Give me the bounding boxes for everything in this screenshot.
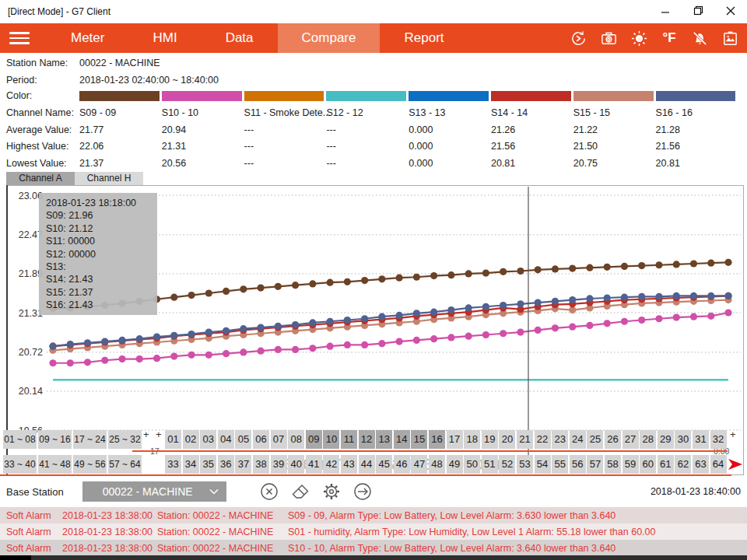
circle-x-icon[interactable] [259, 481, 279, 502]
channel-button-18[interactable]: 18 [464, 430, 480, 449]
base-station-dropdown[interactable]: 00022 - MACHINE [82, 481, 226, 502]
red-right-arrow-icon[interactable] [727, 455, 745, 477]
channel-button-22[interactable]: 22 [535, 430, 551, 449]
fahrenheit-icon[interactable]: °F [660, 29, 679, 47]
channel-button-27[interactable]: 27 [622, 430, 639, 449]
sync-icon[interactable] [569, 29, 587, 47]
channel-button-23[interactable]: 23 [552, 430, 568, 449]
channel-button-05[interactable]: 05 [235, 430, 251, 449]
channel-button-20[interactable]: 20 [499, 430, 515, 449]
channel-button-04[interactable]: 04 [218, 430, 234, 449]
channel-button-12[interactable]: 12 [359, 430, 375, 449]
channel-button-24[interactable]: 24 [570, 430, 586, 449]
channel-button-40[interactable]: 40 [288, 455, 304, 474]
channel-button-29[interactable]: 29 [658, 430, 674, 449]
channel-button-51[interactable]: 51 [482, 455, 498, 474]
channel-button-30[interactable]: 30 [675, 430, 691, 449]
camera-icon[interactable] [599, 29, 618, 47]
tab-channel-h[interactable]: Channel H [75, 172, 143, 185]
channel-button-25[interactable]: 25 [587, 430, 603, 449]
nav-item-compare[interactable]: Compare [278, 23, 381, 53]
channel-button-26[interactable]: 26 [605, 430, 621, 449]
channel-button-64[interactable]: 64 [710, 455, 727, 474]
channel-button-39[interactable]: 39 [271, 455, 287, 474]
channel-button-53[interactable]: 53 [517, 455, 533, 474]
more-channels-button[interactable]: + [156, 429, 162, 440]
channel-button-21[interactable]: 21 [517, 430, 533, 449]
channel-button-43[interactable]: 43 [341, 455, 357, 474]
channel-button-46[interactable]: 46 [394, 455, 410, 474]
channel-button-06[interactable]: 06 [253, 430, 269, 449]
channel-button-13[interactable]: 13 [376, 430, 392, 449]
channel-button-62[interactable]: 62 [675, 455, 691, 474]
menu-icon[interactable] [9, 32, 36, 44]
channel-button-55[interactable]: 55 [552, 455, 568, 474]
channel-button-63[interactable]: 63 [693, 455, 709, 474]
channel-group-button-33~40[interactable]: 33 ~ 40 [3, 455, 37, 474]
channel-button-47[interactable]: 47 [411, 455, 427, 474]
alarm-row[interactable]: Soft Alarm2018-01-23 18:38:00Station: 00… [0, 507, 747, 523]
channel-button-17[interactable]: 17 [447, 430, 463, 449]
channel-button-50[interactable]: 50 [464, 455, 480, 474]
channel-button-44[interactable]: 44 [359, 455, 375, 474]
channel-button-42[interactable]: 42 [323, 455, 339, 474]
channel-group-button-09~16[interactable]: 09 ~ 16 [38, 430, 72, 449]
channel-group-button-01~08[interactable]: 01 ~ 08 [3, 430, 37, 449]
channel-button-52[interactable]: 52 [499, 455, 515, 474]
channel-button-15[interactable]: 15 [411, 430, 427, 449]
channel-button-14[interactable]: 14 [394, 430, 410, 449]
alarm-row[interactable]: Soft Alarm2018-01-23 18:38:00Station: 00… [0, 523, 747, 540]
restore-button[interactable] [682, 0, 714, 23]
channel-button-02[interactable]: 02 [183, 430, 199, 449]
circle-arrow-right-icon[interactable] [352, 481, 373, 502]
channel-button-10[interactable]: 10 [323, 430, 339, 449]
channel-button-45[interactable]: 45 [376, 455, 392, 474]
channel-button-56[interactable]: 56 [570, 455, 586, 474]
channel-button-48[interactable]: 48 [429, 455, 445, 474]
close-button[interactable] [714, 0, 747, 23]
channel-button-60[interactable]: 60 [640, 455, 656, 474]
channel-button-61[interactable]: 61 [658, 455, 674, 474]
channel-button-49[interactable]: 49 [447, 455, 463, 474]
nav-item-report[interactable]: Report [380, 23, 468, 53]
channel-button-59[interactable]: 59 [622, 455, 639, 474]
channel-button-09[interactable]: 09 [306, 430, 322, 449]
channel-button-03[interactable]: 03 [200, 430, 216, 449]
channel-button-36[interactable]: 36 [218, 455, 234, 474]
nav-item-data[interactable]: Data [202, 23, 278, 53]
channel-button-38[interactable]: 38 [253, 455, 269, 474]
channel-button-33[interactable]: 33 [165, 455, 181, 474]
channel-button-41[interactable]: 41 [306, 455, 322, 474]
channel-group-button-17~24[interactable]: 17 ~ 24 [73, 430, 107, 449]
channel-group-button-41~48[interactable]: 41 ~ 48 [38, 455, 72, 474]
nav-item-hmi[interactable]: HMI [128, 23, 201, 53]
channel-button-08[interactable]: 08 [288, 430, 304, 449]
channel-button-58[interactable]: 58 [605, 455, 621, 474]
channel-button-31[interactable]: 31 [693, 430, 709, 449]
more-channels-button[interactable]: + [730, 429, 736, 440]
eraser-icon[interactable] [290, 481, 310, 502]
alarm-row[interactable]: Soft Alarm2018-01-23 18:38:00Station: 00… [0, 540, 747, 556]
channel-button-28[interactable]: 28 [640, 430, 656, 449]
nav-item-meter[interactable]: Meter [47, 23, 128, 53]
channel-button-32[interactable]: 32 [710, 430, 727, 449]
channel-button-37[interactable]: 37 [235, 455, 251, 474]
channel-button-54[interactable]: 54 [535, 455, 551, 474]
channel-group-button-25~32[interactable]: 25 ~ 32 [108, 430, 142, 449]
channel-button-34[interactable]: 34 [183, 455, 199, 474]
channel-button-07[interactable]: 07 [271, 430, 287, 449]
alarm-mute-icon[interactable] [690, 29, 709, 47]
image-export-icon[interactable] [721, 29, 739, 47]
channel-group-button-49~56[interactable]: 49 ~ 56 [73, 455, 107, 474]
brightness-icon[interactable] [630, 29, 648, 47]
channel-button-35[interactable]: 35 [200, 455, 216, 474]
gear-icon[interactable] [321, 481, 342, 502]
channel-button-19[interactable]: 19 [482, 430, 498, 449]
channel-button-11[interactable]: 11 [341, 430, 357, 449]
minimize-button[interactable] [649, 0, 682, 23]
channel-button-16[interactable]: 16 [429, 430, 445, 449]
tab-channel-a[interactable]: Channel A [6, 172, 75, 185]
channel-button-01[interactable]: 01 [165, 430, 181, 449]
channel-button-57[interactable]: 57 [587, 455, 603, 474]
channel-group-button-57~64[interactable]: 57 ~ 64 [108, 455, 142, 474]
